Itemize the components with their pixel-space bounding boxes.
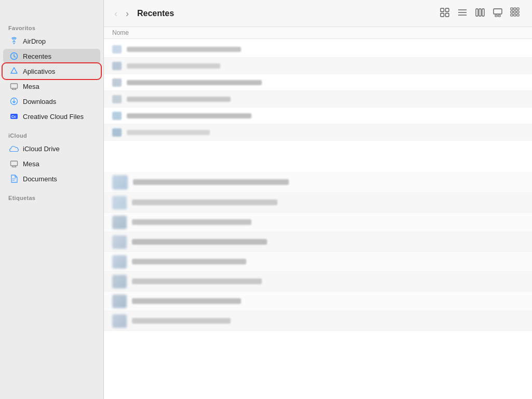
toolbar: ‹ › Recentes [104, 0, 532, 27]
sidebar-item-downloads[interactable]: Downloads [3, 94, 100, 109]
svg-rect-17 [494, 9, 502, 14]
recentes-icon [9, 51, 19, 61]
list-item[interactable] [104, 252, 532, 272]
etiquetas-section: Etiquetas [0, 191, 103, 203]
sidebar-item-creative-cloud[interactable]: Cc Creative Cloud Files [3, 109, 100, 124]
sidebar-item-airdrop[interactable]: AirDrop [3, 34, 100, 48]
icloud-drive-icon [9, 144, 19, 153]
downloads-icon [9, 97, 19, 106]
svg-rect-20 [511, 8, 513, 10]
list-item[interactable] [104, 58, 532, 74]
svg-rect-21 [514, 8, 516, 10]
list-item[interactable] [104, 232, 532, 252]
airdrop-label: AirDrop [23, 37, 46, 45]
svg-text:Cc: Cc [11, 115, 16, 118]
sidebar-item-mesa-icloud[interactable]: Mesa [3, 156, 100, 171]
icloud-drive-label: iCloud Drive [23, 145, 60, 153]
svg-rect-6 [11, 161, 18, 166]
sidebar-item-recentes[interactable]: Recentes [3, 49, 100, 63]
sidebar: Favoritos AirDrop Recentes [0, 0, 104, 399]
svg-rect-15 [479, 9, 481, 16]
list-item[interactable] [104, 74, 532, 91]
name-column-header: Nome [112, 29, 129, 36]
svg-rect-8 [446, 8, 449, 12]
aplicativos-label: Aplicativos [23, 68, 55, 75]
more-views-button[interactable] [507, 5, 524, 21]
mesa-fav-label: Mesa [23, 83, 39, 90]
list-item[interactable] [104, 311, 532, 331]
downloads-label: Downloads [23, 98, 56, 105]
documents-label: Documents [23, 175, 57, 183]
list-item[interactable] [104, 41, 532, 58]
svg-rect-18 [495, 15, 497, 17]
favorites-section: Favoritos AirDrop Recentes [0, 21, 103, 124]
cc-icon: Cc [9, 112, 19, 121]
svg-rect-9 [441, 14, 444, 17]
list-item[interactable] [104, 272, 532, 291]
airdrop-icon [9, 36, 19, 46]
sidebar-item-aplicativos[interactable]: Aplicativos [3, 64, 100, 78]
main-content: ‹ › Recentes [104, 0, 532, 399]
svg-rect-28 [517, 14, 519, 16]
page-title: Recentes [135, 9, 432, 18]
aplicativos-icon [9, 66, 19, 76]
sidebar-item-icloud-drive[interactable]: iCloud Drive [3, 141, 100, 156]
sidebar-item-mesa-fav[interactable]: Mesa [3, 79, 100, 94]
svg-rect-7 [441, 8, 444, 12]
column-view-button[interactable] [472, 5, 488, 21]
svg-rect-14 [476, 9, 478, 16]
list-item[interactable] [104, 172, 532, 193]
recentes-label: Recentes [23, 52, 51, 60]
svg-rect-25 [517, 11, 519, 13]
etiquetas-label: Etiquetas [0, 191, 103, 203]
svg-rect-10 [446, 14, 449, 17]
svg-rect-27 [514, 14, 516, 16]
column-header: Nome [104, 27, 532, 39]
svg-rect-22 [517, 8, 519, 10]
favorites-label: Favoritos [0, 21, 103, 33]
mesa-icloud-icon [9, 159, 19, 168]
svg-rect-23 [511, 11, 513, 13]
gallery-view-button[interactable] [489, 5, 506, 21]
sidebar-item-documents[interactable]: Documents [3, 171, 100, 186]
file-list[interactable] [104, 39, 532, 399]
back-button[interactable]: ‹ [112, 8, 119, 19]
icon-view-button[interactable] [436, 5, 453, 21]
list-item[interactable] [104, 124, 532, 141]
list-item[interactable] [104, 212, 532, 232]
svg-rect-19 [498, 15, 500, 17]
documents-icon [9, 174, 19, 183]
svg-rect-26 [511, 14, 513, 16]
view-switcher [436, 5, 524, 21]
mesa-icloud-label: Mesa [23, 160, 39, 168]
list-item[interactable] [104, 193, 532, 212]
icloud-section-label: iCloud [0, 128, 103, 141]
svg-rect-2 [11, 84, 18, 88]
list-view-button[interactable] [454, 5, 471, 21]
svg-rect-24 [514, 11, 516, 13]
forward-button[interactable]: › [124, 8, 131, 19]
list-item[interactable] [104, 291, 532, 311]
icloud-section: iCloud iCloud Drive Mesa [0, 128, 103, 187]
cc-label: Creative Cloud Files [23, 113, 84, 121]
list-item[interactable] [104, 91, 532, 108]
mesa-fav-icon [9, 82, 19, 91]
list-item[interactable] [104, 108, 532, 124]
svg-rect-16 [482, 9, 484, 16]
file-rows [104, 39, 532, 333]
